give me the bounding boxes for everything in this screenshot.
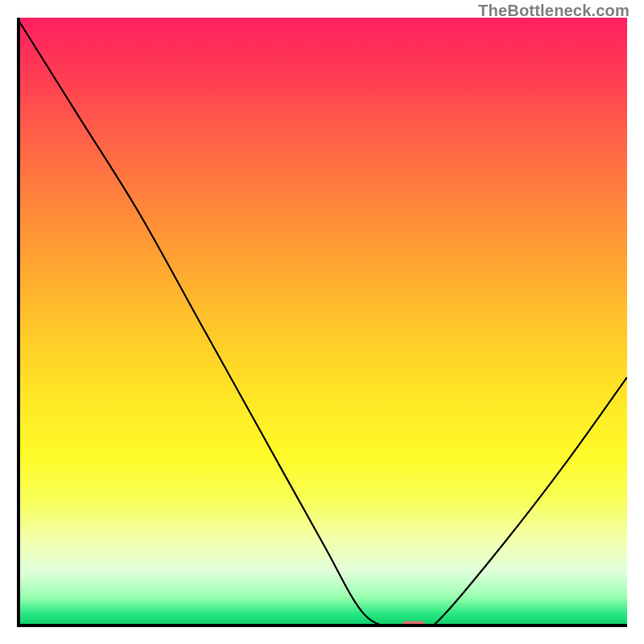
watermark-text: TheBottleneck.com xyxy=(478,2,630,20)
chart-frame: TheBottleneck.com xyxy=(0,0,644,644)
plot-background-gradient xyxy=(17,18,627,627)
